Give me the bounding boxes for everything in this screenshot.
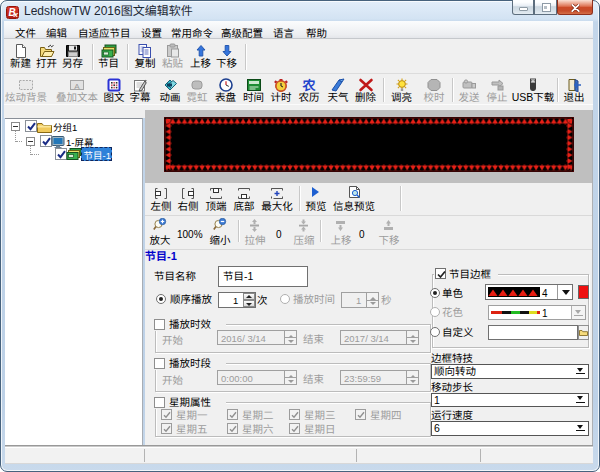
svg-text:农: 农: [301, 78, 316, 92]
svg-text:A: A: [74, 82, 80, 91]
